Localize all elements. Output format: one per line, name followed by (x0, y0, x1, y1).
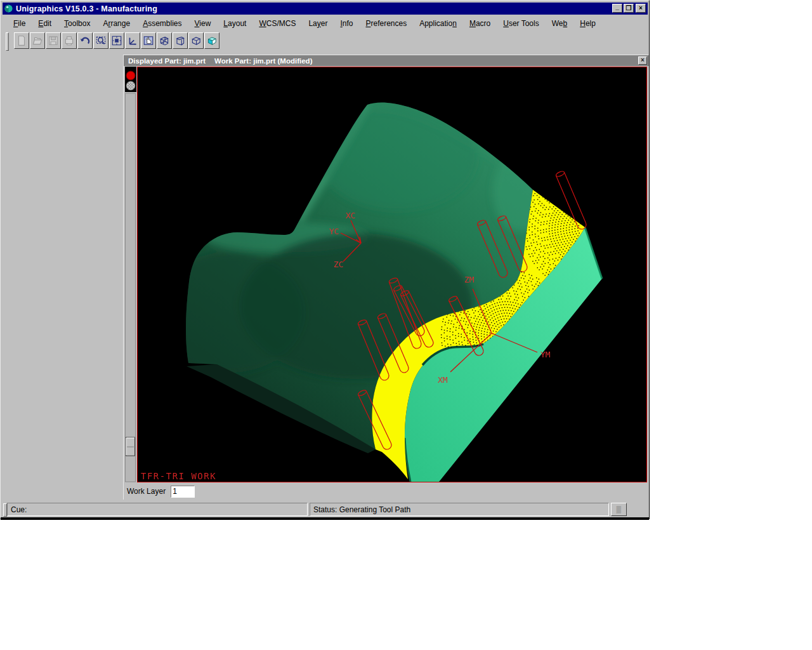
menu-item-arrange[interactable]: Arrange (96, 18, 136, 29)
window-title: Unigraphics V15.0.3 - Manufacturing (16, 4, 157, 13)
interrupt-stop-icon[interactable] (126, 71, 135, 80)
title-bar[interactable]: Unigraphics V15.0.3 - Manufacturing _ ❐ … (3, 3, 648, 15)
menu-item-layer[interactable]: Layer (302, 18, 334, 29)
zoom-window-button[interactable] (93, 32, 108, 49)
maximize-button[interactable]: ❐ (624, 4, 634, 13)
minimize-button[interactable]: _ (612, 4, 622, 13)
work-layer-label: Work Layer (127, 487, 166, 496)
viewport-scrollbar-track[interactable] (126, 93, 136, 482)
dither-icon: ▒ (617, 505, 622, 513)
fit-view-icon (111, 35, 122, 46)
wcs-y-label: YC (329, 227, 339, 236)
menu-bar: FileEditToolboxArrangeAssembliesViewLayo… (3, 17, 648, 30)
shaded-view-button[interactable] (204, 32, 219, 49)
wireframe-view-button[interactable] (157, 32, 172, 49)
wcs-x-label: XC (346, 211, 356, 220)
menu-item-macro[interactable]: Macro (463, 18, 497, 29)
mcs-y-label: YM (540, 350, 551, 359)
work-layer-row: Work Layer (124, 482, 649, 500)
status-panel: Status: Generating Tool Path (310, 503, 609, 516)
window-bottom-edge (1, 517, 649, 520)
zoom-window-icon (95, 35, 107, 46)
undo-button[interactable] (77, 32, 93, 49)
toolbar (3, 30, 648, 51)
app-icon (4, 4, 13, 13)
open-part-icon (32, 35, 43, 46)
menu-item-help[interactable]: Help (573, 18, 602, 29)
displayed-part-label: Displayed Part: jim.prt (128, 57, 206, 65)
isometric-view-icon (190, 35, 202, 46)
new-part-icon (16, 35, 27, 46)
menu-item-file[interactable]: File (7, 18, 32, 29)
interrupt-scroll-strip[interactable] (125, 67, 136, 482)
csys-triad-icon (127, 35, 138, 46)
close-button[interactable]: × (636, 4, 646, 13)
mcs-z-label: ZM (464, 275, 475, 284)
viewport-canvas[interactable]: XCYCZCZMYMXMTFR-TRI WORK (137, 67, 647, 482)
mcs-x-label: XM (438, 375, 448, 385)
save-part-icon (48, 35, 59, 46)
toolbar-grip[interactable] (6, 32, 9, 51)
print-button (62, 32, 77, 49)
menu-item-assemblies[interactable]: Assemblies (136, 18, 188, 29)
menu-item-application[interactable]: Application (413, 18, 463, 29)
status-bar: Cue: Status: Generating Tool Path ▒ (3, 501, 648, 517)
work-layer-input[interactable] (171, 486, 195, 498)
menu-item-layout[interactable]: Layout (217, 18, 252, 29)
viewport-scrollbar-thumb[interactable] (126, 437, 135, 456)
hidden-edge-view-icon (174, 35, 186, 46)
menu-item-view[interactable]: View (188, 18, 218, 29)
graphics-close-icon[interactable]: × (638, 56, 647, 65)
menu-item-toolbox[interactable]: Toolbox (58, 18, 96, 29)
app-window: Unigraphics V15.0.3 - Manufacturing _ ❐ … (0, 0, 650, 519)
isometric-view-button[interactable] (188, 32, 204, 49)
desktop: Unigraphics V15.0.3 - Manufacturing _ ❐ … (0, 0, 812, 650)
shaded-view-icon (206, 35, 218, 46)
graphics-window-header[interactable]: Displayed Part: jim.prt Work Part: jim.p… (124, 55, 649, 66)
cue-label: Cue: (11, 505, 27, 514)
csys-triad-button[interactable] (125, 32, 140, 49)
open-part-button (30, 32, 45, 49)
wireframe-view-icon (159, 35, 170, 46)
save-part-button (46, 32, 61, 49)
menu-item-preferences[interactable]: Preferences (359, 18, 413, 29)
undo-icon (79, 35, 91, 46)
wcs-z-label: ZC (334, 260, 344, 269)
graphics-window: Displayed Part: jim.prt Work Part: jim.p… (123, 55, 648, 500)
fit-view-button[interactable] (109, 32, 124, 49)
view-annotation: TFR-TRI WORK (141, 471, 216, 481)
cue-panel: Cue: (7, 503, 308, 516)
hidden-edge-view-button[interactable] (173, 32, 188, 49)
menu-item-web[interactable]: Web (546, 18, 573, 29)
menu-item-user-tools[interactable]: User Tools (497, 18, 545, 29)
print-icon (63, 35, 75, 46)
menu-item-wcs-mcs[interactable]: WCS/MCS (252, 18, 302, 29)
status-text: Status: Generating Tool Path (313, 505, 410, 514)
rotate-view-button[interactable] (141, 32, 156, 49)
menu-item-info[interactable]: Info (334, 18, 359, 29)
rotate-view-icon (143, 35, 154, 46)
status-scroll-button[interactable]: ▒ (611, 503, 627, 516)
work-part-label: Work Part: jim.prt (Modified) (214, 57, 312, 65)
dither-circle-icon[interactable] (126, 81, 135, 90)
new-part-button (14, 32, 29, 49)
menu-item-edit[interactable]: Edit (32, 18, 58, 29)
